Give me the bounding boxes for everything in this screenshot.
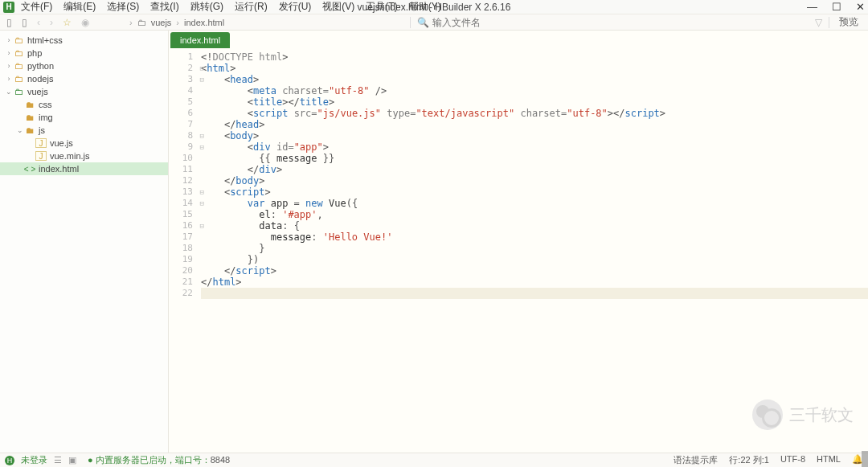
window-maximize-button[interactable]: ☐ xyxy=(832,1,841,13)
file-icon: J xyxy=(35,151,47,161)
folder-icon: 🗀 xyxy=(13,61,24,71)
chevron-icon[interactable]: › xyxy=(5,75,13,83)
folder-icon: 🗀 xyxy=(137,18,146,27)
code-line[interactable]: var app = new Vue({ xyxy=(201,198,868,209)
tree-node[interactable]: ⌄🖿js xyxy=(0,124,168,137)
menu-item[interactable]: 文件(F) xyxy=(21,0,52,14)
terminal-icon[interactable]: ▣ xyxy=(68,455,76,465)
code-line[interactable] xyxy=(201,288,868,299)
chevron-icon[interactable]: ⌄ xyxy=(5,88,13,96)
login-status[interactable]: 未登录 xyxy=(21,454,47,466)
preview-button[interactable]: 预览 xyxy=(836,15,862,29)
breadcrumb-file[interactable]: index.html xyxy=(184,18,224,27)
watermark: 三千软文 xyxy=(752,399,854,430)
nav-back-icon[interactable]: ‹ xyxy=(37,17,40,28)
code-line[interactable]: <script src="js/vue.js" type="text/javas… xyxy=(201,108,868,119)
tree-node[interactable]: ⌄🗀vuejs xyxy=(0,85,168,98)
code-line[interactable]: data: { xyxy=(201,220,868,231)
cursor-position[interactable]: 行:22 列:1 xyxy=(729,454,769,466)
code-line[interactable]: </script> xyxy=(201,265,868,277)
tree-node[interactable]: ›🗀python xyxy=(0,59,168,72)
collapse-left-icon[interactable]: ▯ xyxy=(6,17,12,28)
code-line[interactable]: </div> xyxy=(201,164,868,175)
code-line[interactable]: <head> xyxy=(201,74,868,85)
menu-item[interactable]: 跳转(G) xyxy=(190,0,223,14)
code-line[interactable]: <meta charset="utf-8" /> xyxy=(201,85,868,96)
run-icon[interactable]: ◉ xyxy=(81,17,89,28)
list-icon[interactable]: ☰ xyxy=(54,455,62,465)
file-search: 🔍 xyxy=(410,14,529,30)
app-logo-icon: H xyxy=(3,2,14,13)
line-number: 10 xyxy=(169,153,196,164)
vertical-scrollbar[interactable] xyxy=(860,48,868,467)
line-number: 18 xyxy=(169,243,196,254)
line-number: 9 xyxy=(169,141,196,153)
syntax-hint[interactable]: 语法提示库 xyxy=(674,454,718,466)
code-line[interactable]: <title></title> xyxy=(201,96,868,108)
tree-node[interactable]: ›🗀php xyxy=(0,47,168,59)
menu-item[interactable]: 视图(V) xyxy=(322,0,354,14)
code-line[interactable]: message: 'Hello Vue!' xyxy=(201,231,868,243)
code-area[interactable]: 12345678910111213141516171819202122 <!DO… xyxy=(169,48,868,453)
line-number: 1 xyxy=(169,51,196,63)
scrollbar-thumb[interactable] xyxy=(862,451,868,467)
menu-item[interactable]: 选择(S) xyxy=(107,0,139,14)
code-line[interactable]: </html> xyxy=(201,277,868,288)
tree-label: vue.min.js xyxy=(50,151,90,161)
folder-icon: 🗀 xyxy=(13,35,24,45)
chevron-icon[interactable]: ⌄ xyxy=(16,126,24,134)
line-number: 11 xyxy=(169,164,196,175)
language-mode[interactable]: HTML xyxy=(817,454,841,466)
tree-node[interactable]: 🖿img xyxy=(0,111,168,124)
menu-item[interactable]: 发行(U) xyxy=(279,0,312,14)
code-line[interactable]: <html> xyxy=(201,63,868,74)
code-line[interactable]: </head> xyxy=(201,119,868,130)
tree-node[interactable]: Jvue.min.js xyxy=(0,150,168,162)
menu-item[interactable]: 运行(R) xyxy=(235,0,268,14)
code-line[interactable]: } xyxy=(201,243,868,254)
code-line[interactable]: }) xyxy=(201,254,868,265)
file-explorer: ›🗀html+css›🗀php›🗀python›🗀nodejs⌄🗀vuejs 🖿… xyxy=(0,31,169,453)
code-line[interactable]: <div id="app"> xyxy=(201,141,868,153)
line-number: 15 xyxy=(169,209,196,220)
status-bar: H 未登录 ☰ ▣ ● 内置服务器已启动，端口号：8848 语法提示库 行:22… xyxy=(0,453,868,467)
line-number: 17 xyxy=(169,231,196,243)
code-line[interactable]: </body> xyxy=(201,175,868,186)
line-number: 14 xyxy=(169,198,196,209)
file-tree: ›🗀html+css›🗀php›🗀python›🗀nodejs⌄🗀vuejs 🖿… xyxy=(0,31,168,175)
star-icon[interactable]: ☆ xyxy=(63,17,72,28)
breadcrumb-project[interactable]: vuejs xyxy=(151,18,172,27)
tree-label: nodejs xyxy=(27,74,53,84)
encoding[interactable]: UTF-8 xyxy=(780,454,805,466)
chevron-icon[interactable]: › xyxy=(5,36,13,44)
tree-node[interactable]: 🖿css xyxy=(0,98,168,111)
tree-node[interactable]: ›🗀html+css xyxy=(0,34,168,47)
tree-label: vuejs xyxy=(27,87,48,96)
tree-node[interactable]: < >index.html xyxy=(0,162,168,175)
window-close-button[interactable]: ✕ xyxy=(856,1,865,13)
editor-tabs: index.html xyxy=(169,31,868,48)
code-content[interactable]: <!DOCTYPE html><html> <head> <meta chars… xyxy=(196,48,868,453)
menu-item[interactable]: 编辑(E) xyxy=(63,0,96,14)
file-search-input[interactable] xyxy=(432,17,529,28)
chevron-right-icon: › xyxy=(129,18,133,27)
code-line[interactable]: <body> xyxy=(201,130,868,141)
tree-label: html+css xyxy=(27,35,63,45)
tree-node[interactable]: Jvue.js xyxy=(0,137,168,150)
tab-active[interactable]: index.html xyxy=(170,32,230,48)
chevron-icon[interactable]: › xyxy=(5,49,13,57)
tree-label: vue.js xyxy=(50,138,73,148)
menu-item[interactable]: 查找(I) xyxy=(150,0,178,14)
code-line[interactable]: <script> xyxy=(201,186,868,198)
collapse-right-icon[interactable]: ▯ xyxy=(22,17,27,28)
nav-forward-icon[interactable]: › xyxy=(50,17,53,28)
filter-icon[interactable]: ▽ xyxy=(815,17,822,28)
chevron-icon[interactable]: › xyxy=(5,62,13,70)
window-minimize-button[interactable]: — xyxy=(807,1,817,13)
code-line[interactable]: <!DOCTYPE html> xyxy=(201,51,868,63)
tree-node[interactable]: ›🗀nodejs xyxy=(0,72,168,85)
code-line[interactable]: el: '#app', xyxy=(201,209,868,220)
folder-icon: 🗀 xyxy=(13,74,24,84)
code-line[interactable]: {{ message }} xyxy=(201,153,868,164)
folder-icon: 🗀 xyxy=(13,48,24,58)
